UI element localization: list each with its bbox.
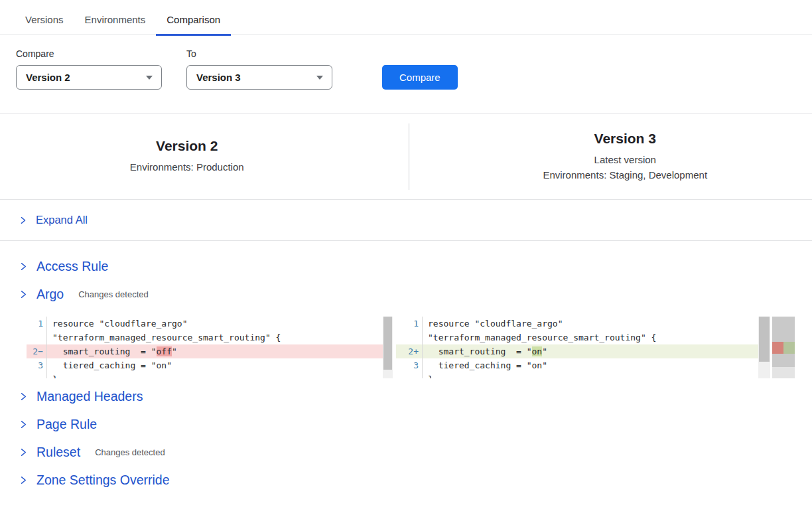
version-left-header: Version 2 Environments: Production [0, 138, 409, 175]
line-number: 3 [27, 358, 47, 372]
code-line: } [27, 372, 383, 378]
line-number [27, 331, 47, 344]
section-ruleset[interactable]: Ruleset Changes detected [19, 444, 812, 460]
compare-from-label: Compare [16, 48, 162, 59]
chevron-right-icon [19, 447, 29, 457]
diff-overview-minimap[interactable] [772, 317, 795, 378]
section-label: Zone Settings Override [36, 473, 170, 488]
code-line-removed: 2− smart_routing = "off" [27, 344, 383, 358]
scrollbar-thumb[interactable] [759, 317, 770, 362]
scrollbar-track [758, 317, 770, 378]
chevron-right-icon [19, 216, 28, 225]
section-label: Ruleset [36, 445, 80, 460]
line-number: 3 [396, 358, 423, 372]
section-managed-headers[interactable]: Managed Headers [19, 388, 812, 404]
compare-to-label: To [186, 48, 332, 59]
version-left-title: Version 2 [0, 138, 374, 154]
line-number: 1 [27, 317, 47, 331]
section-page-rule[interactable]: Page Rule [19, 416, 812, 432]
added-word: on [532, 346, 543, 356]
version-right-header: Version 3 Latest version Environments: S… [409, 131, 812, 183]
version-left-environments: Environments: Production [0, 159, 374, 175]
chevron-right-icon [19, 289, 29, 299]
line-number [27, 372, 47, 378]
chevron-down-icon [146, 76, 153, 80]
line-number: 2− [27, 344, 47, 358]
chevron-down-icon [316, 76, 323, 80]
diff-pane-right: 1 resource "cloudflare_argo" "terraform_… [396, 317, 770, 378]
compare-to-select[interactable]: Version 3 [186, 65, 332, 90]
compare-from-value: Version 2 [26, 72, 70, 83]
section-label: Argo [36, 287, 64, 302]
section-access-rule[interactable]: Access Rule [19, 258, 812, 274]
line-number [396, 372, 423, 378]
code-line: 1 resource "cloudflare_argo" [396, 317, 758, 331]
diff-pane-left: 1 resource "cloudflare_argo" "terraform_… [27, 317, 393, 378]
section-label: Access Rule [36, 259, 108, 274]
compare-from-field: Compare Version 2 [16, 48, 162, 90]
code-line-added: 2+ smart_routing = "on" [396, 344, 758, 358]
code-line: "terraform_managed_resource_smart_routin… [396, 331, 758, 344]
tab-comparison[interactable]: Comparison [156, 14, 231, 36]
expand-all-button[interactable]: Expand All [0, 200, 812, 241]
code-line: 3 tiered_caching = "on" [27, 358, 383, 372]
scrollbar-thumb[interactable] [383, 317, 392, 370]
line-number: 2+ [396, 344, 423, 358]
version-right-title: Version 3 [439, 131, 812, 147]
chevron-right-icon [19, 475, 29, 485]
chevron-right-icon [19, 392, 29, 402]
section-label: Managed Headers [36, 389, 143, 404]
chevron-right-icon [19, 262, 29, 271]
compare-form: Compare Version 2 To Version 3 Compare [0, 35, 812, 90]
compare-to-value: Version 3 [196, 72, 241, 83]
removed-word: off [157, 346, 172, 356]
line-number [396, 331, 423, 344]
section-zone-settings-override[interactable]: Zone Settings Override [19, 472, 812, 488]
compare-button[interactable]: Compare [382, 65, 458, 90]
chevron-right-icon [19, 419, 29, 429]
code-line: } [396, 372, 758, 378]
version-headers: Version 2 Environments: Production Versi… [0, 114, 812, 199]
minimap-added-marker [783, 342, 795, 354]
changes-detected-badge: Changes detected [78, 289, 149, 299]
tab-environments[interactable]: Environments [74, 14, 157, 36]
version-right-environments: Environments: Staging, Development [439, 167, 812, 183]
tabs-bar: Versions Environments Comparison [0, 0, 812, 35]
section-label: Page Rule [36, 417, 97, 432]
changes-detected-badge: Changes detected [95, 447, 165, 457]
minimap-removed-marker [772, 342, 783, 354]
minimap-footer [772, 367, 795, 378]
scrollbar-track [383, 317, 393, 378]
resource-sections: Access Rule Argo Changes detected 1 reso… [0, 258, 812, 488]
line-number: 1 [396, 317, 423, 331]
code-line: 3 tiered_caching = "on" [396, 358, 758, 372]
section-argo[interactable]: Argo Changes detected [19, 286, 812, 302]
code-line: "terraform_managed_resource_smart_routin… [27, 331, 383, 344]
version-right-latest: Latest version [439, 152, 812, 167]
compare-from-select[interactable]: Version 2 [16, 65, 162, 90]
tab-versions[interactable]: Versions [15, 14, 74, 36]
argo-diff-viewer: 1 resource "cloudflare_argo" "terraform_… [27, 317, 812, 378]
compare-to-field: To Version 3 [186, 48, 332, 90]
expand-all-label: Expand All [36, 214, 88, 226]
code-line: 1 resource "cloudflare_argo" [27, 317, 383, 331]
